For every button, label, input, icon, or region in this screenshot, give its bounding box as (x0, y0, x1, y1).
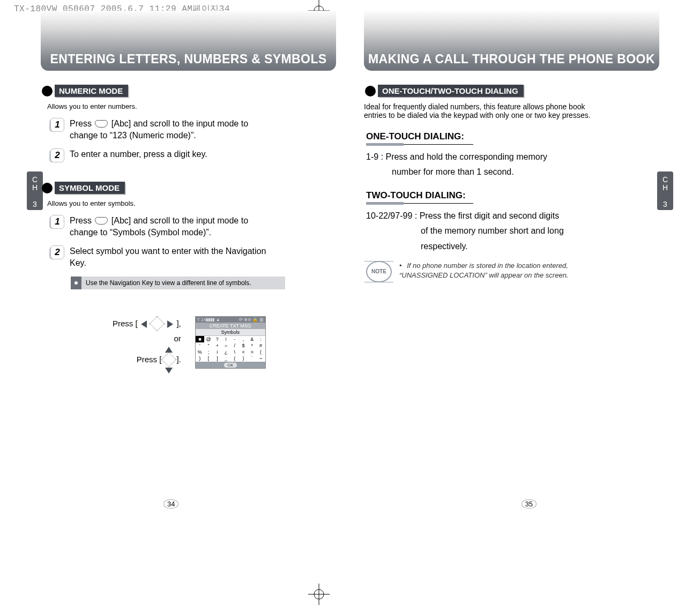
screen-softkey-bar: OK (196, 362, 265, 368)
tip-callout: Use the Navigation Key to view a differe… (71, 277, 285, 289)
nav-key-icon (150, 316, 165, 331)
step-row: 1 Press [Abc] and scroll to the input mo… (49, 215, 339, 238)
note-bullet-icon: • (399, 262, 402, 270)
step-number-icon: 1 (49, 118, 64, 133)
status-icons-right: ⟳ ⊕⊖ 🔒 ▥ (239, 317, 264, 322)
screen-tab: Symbols (196, 329, 265, 336)
body-text: respectively. (421, 241, 662, 252)
step-text: Press [Abc] and scroll to the input mode… (70, 215, 273, 238)
symbol-grid: ■ @ ? ! - , & : ' " + = / $ * (196, 336, 265, 362)
note-text: • If no phone number is stored in the lo… (399, 261, 603, 280)
body-text: 10-22/97-99 : Press the first digit and … (366, 210, 662, 222)
registration-mark-bottom (308, 584, 330, 605)
section-heading-numeric: NUMERIC MODE (42, 85, 339, 97)
page-title-bar-right: MAKING A CALL THROUGH THE PHONE BOOK (364, 11, 659, 71)
body-text: 1-9 : Press and hold the corresponding m… (366, 151, 662, 163)
heading-underline-icon (366, 202, 473, 205)
bullet-dot-icon (42, 86, 53, 96)
section-intro: Allows you to enter symbols. (47, 199, 339, 207)
nav-key-icon (161, 352, 176, 367)
arrow-up-icon (165, 347, 173, 353)
step-number-icon: 1 (49, 215, 64, 230)
screen-header: CREATE TXT MSG (196, 323, 265, 329)
step-number-icon: 2 (49, 245, 64, 260)
step-text: To enter a number, press a digit key. (70, 148, 207, 160)
tip-text: Use the Navigation Key to view a differe… (81, 277, 256, 289)
ok-softkey: OK (224, 363, 237, 368)
bullet-dot-icon (365, 86, 376, 96)
arrow-left-icon (141, 320, 147, 328)
section-heading-dialing: ONE-TOUCH/TWO-TOUCH DIALING (365, 85, 662, 97)
section-intro: Ideal for frequently dialed numbers, thi… (364, 102, 594, 119)
status-icons-left: T 1X▮▮▮▮ ▲ (197, 317, 220, 322)
section-heading-label: SYMBOL MODE (55, 182, 125, 194)
step-row: 1 Press [Abc] and scroll to the input mo… (49, 118, 339, 141)
note-badge-icon: NOTE (366, 261, 392, 282)
body-text: number for more than 1 second. (392, 166, 662, 178)
heading-underline-icon (366, 143, 473, 146)
softkey-icon (95, 217, 108, 225)
phone-screen-mock: T 1X▮▮▮▮ ▲ ⟳ ⊕⊖ 🔒 ▥ CREATE TXT MSG Symbo… (195, 316, 266, 369)
tip-bullet-icon (71, 277, 81, 289)
bullet-dot-icon (42, 183, 53, 193)
page-number-right: 35 (522, 499, 537, 509)
section-heading-label: ONE-TOUCH/TWO-TOUCH DIALING (378, 85, 524, 97)
body-text: of the memory number short and long (421, 225, 662, 237)
press-or: or (113, 331, 181, 347)
step-row: 2 To enter a number, press a digit key. (49, 148, 339, 163)
section-heading-label: NUMERIC MODE (55, 85, 128, 97)
note-callout: NOTE • If no phone number is stored in t… (366, 261, 662, 282)
subheading-two-touch: TWO-TOUCH DIALING: (366, 190, 662, 201)
press-instructions: Press [ ], or Press [ (113, 316, 339, 374)
arrow-right-icon (167, 320, 173, 328)
press-row-2: Press [ ]. (113, 347, 181, 374)
page-title-bar-left: ENTERING LETTERS, NUMBERS & SYMBOLS (41, 11, 336, 71)
step-text: Press [Abc] and scroll to the input mode… (70, 118, 273, 141)
page-number-left: 34 (163, 499, 178, 509)
section-intro: Allows you to enter numbers. (47, 102, 339, 110)
step-row: 2 Select symbol you want to enter with t… (49, 245, 339, 268)
arrow-down-icon (165, 368, 173, 374)
page-title-right: MAKING A CALL THROUGH THE PHONE BOOK (368, 52, 655, 66)
step-text: Select symbol you want to enter with the… (70, 245, 273, 268)
step-number-icon: 2 (49, 148, 64, 163)
press-row-1: Press [ ], (113, 316, 181, 332)
subheading-one-touch: ONE-TOUCH DIALING: (366, 131, 662, 142)
softkey-icon (95, 120, 108, 128)
page-title-left: ENTERING LETTERS, NUMBERS & SYMBOLS (50, 52, 326, 66)
section-heading-symbol: SYMBOL MODE (42, 182, 339, 194)
